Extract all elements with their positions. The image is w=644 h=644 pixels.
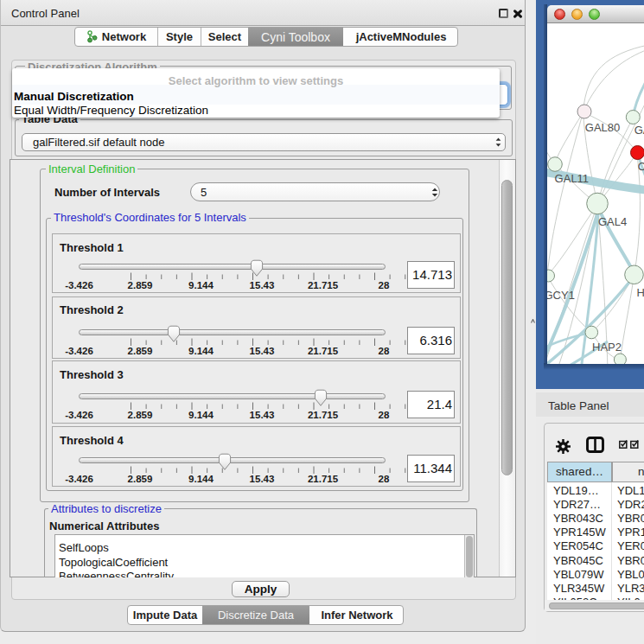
svg-text:GAL80: GAL80 xyxy=(585,121,620,134)
svg-text:CY: CY xyxy=(638,160,644,173)
svg-text:GAL4: GAL4 xyxy=(598,215,627,228)
svg-text:GCY1: GCY1 xyxy=(547,289,575,302)
svg-text:HA: HA xyxy=(637,286,644,299)
svg-text:GA: GA xyxy=(634,124,644,137)
svg-text:HAP2: HAP2 xyxy=(592,341,622,354)
svg-text:GAL11: GAL11 xyxy=(555,172,590,185)
